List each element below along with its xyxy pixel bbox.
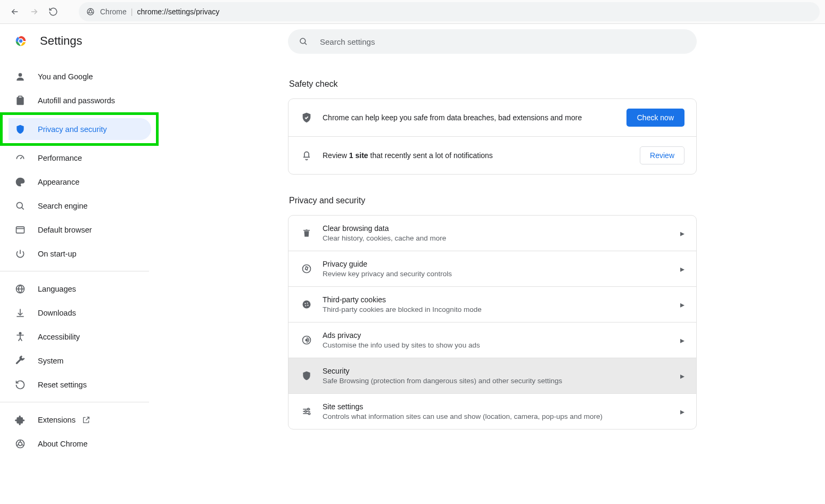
svg-point-21 (306, 339, 307, 341)
sidebar-item-on-startup[interactable]: On start-up (0, 242, 160, 266)
row-clear-browsing-data[interactable]: Clear browsing dataClear history, cookie… (288, 216, 696, 251)
search-icon (14, 200, 26, 212)
sidebar-item-system[interactable]: System (0, 349, 160, 373)
accessibility-icon (14, 331, 26, 343)
section-title-privacy: Privacy and security (289, 196, 697, 205)
row-third-party-cookies[interactable]: Third-party cookiesThird-party cookies a… (288, 286, 696, 322)
row-desc: Customise the info used by sites to show… (323, 341, 675, 349)
reload-icon (48, 7, 58, 16)
palette-icon (14, 176, 26, 188)
sidebar-item-appearance[interactable]: Appearance (0, 170, 160, 194)
svg-point-12 (19, 442, 22, 445)
brand-row: Settings (0, 34, 160, 48)
forward-button[interactable] (24, 2, 44, 21)
row-desc: Third-party cookies are blocked in Incog… (323, 305, 675, 313)
row-title: Privacy guide (323, 260, 675, 268)
back-button[interactable] (5, 2, 24, 21)
row-security[interactable]: SecuritySafe Browsing (protection from d… (288, 358, 696, 393)
row-title: Security (323, 367, 675, 375)
svg-point-1 (89, 10, 92, 13)
row-ads-privacy[interactable]: Ads privacyCustomise the info used by si… (288, 322, 696, 358)
row-desc: Review key privacy and security controls (323, 270, 675, 278)
svg-point-18 (305, 305, 306, 306)
svg-point-22 (308, 408, 309, 410)
globe-icon (14, 283, 26, 295)
browser-icon (14, 224, 26, 236)
main-content: Safety check Chrome can help keep you sa… (160, 24, 825, 504)
sidebar-item-label: Extensions (38, 416, 76, 424)
sidebar-item-autofill[interactable]: Autofill and passwords (0, 88, 160, 112)
settings-search[interactable] (288, 29, 697, 54)
svg-point-15 (303, 301, 311, 309)
svg-point-7 (16, 202, 22, 208)
search-icon (299, 37, 308, 46)
verified-shield-icon (300, 112, 313, 123)
sidebar-item-performance[interactable]: Performance (0, 146, 160, 170)
svg-rect-6 (19, 96, 22, 97)
svg-point-14 (303, 265, 311, 273)
chrome-logo-icon (13, 34, 28, 48)
sidebar-item-label: About Chrome (38, 440, 88, 448)
person-icon (14, 71, 26, 82)
svg-point-19 (307, 305, 308, 306)
address-bar[interactable]: Chrome | chrome://settings/privacy (79, 2, 820, 21)
sidebar-nav-3: Extensions About Chrome (0, 408, 160, 456)
sidebar-item-accessibility[interactable]: Accessibility (0, 325, 160, 349)
sidebar-item-label: Downloads (38, 309, 76, 317)
row-title: Site settings (323, 402, 675, 411)
sidebar-item-label: Privacy and security (38, 125, 107, 134)
row-title: Clear browsing data (323, 224, 675, 233)
sidebar-item-label: On start-up (38, 250, 77, 258)
sidebar-item-label: System (38, 357, 63, 365)
separator: | (131, 7, 133, 16)
sidebar-item-label: Languages (38, 285, 76, 293)
sidebar-item-about[interactable]: About Chrome (0, 432, 160, 456)
notifications-review-row: Review 1 site that recently sent a lot o… (288, 136, 696, 174)
row-site-settings[interactable]: Site settingsControls what information s… (288, 393, 696, 429)
bell-icon (300, 150, 313, 161)
chrome-outline-icon (14, 438, 26, 450)
sidebar-item-search-engine[interactable]: Search engine (0, 194, 160, 218)
sidebar-item-reset[interactable]: Reset settings (0, 373, 160, 396)
ads-icon (300, 335, 313, 345)
safety-check-text: Chrome can help keep you safe from data … (323, 113, 626, 122)
sidebar-item-label: Autofill and passwords (38, 96, 115, 105)
settings-search-input[interactable] (319, 37, 686, 47)
sidebar-item-label: Accessibility (38, 333, 80, 341)
external-link-icon (82, 416, 90, 424)
sidebar-nav: You and Google Autofill and passwords Pr… (0, 64, 160, 266)
shield-icon (300, 370, 313, 381)
chevron-right-icon: ▸ (680, 300, 684, 310)
check-now-button[interactable]: Check now (626, 109, 684, 127)
safety-check-row: Chrome can help keep you safe from data … (288, 99, 696, 136)
compass-icon (300, 263, 313, 274)
row-privacy-guide[interactable]: Privacy guideReview key privacy and secu… (288, 251, 696, 286)
page-title: Settings (40, 34, 82, 48)
reset-icon (14, 379, 26, 391)
sidebar-item-default-browser[interactable]: Default browser (0, 218, 160, 242)
review-button[interactable]: Review (640, 146, 684, 164)
clipboard-icon (14, 95, 26, 106)
sidebar-item-label: Appearance (38, 178, 79, 186)
svg-point-24 (308, 413, 310, 415)
svg-point-16 (304, 303, 306, 304)
sidebar: Settings You and Google Autofill and pas… (0, 24, 160, 504)
sidebar-item-languages[interactable]: Languages (0, 277, 160, 301)
sidebar-item-downloads[interactable]: Downloads (0, 301, 160, 325)
cookie-icon (300, 299, 313, 310)
sidebar-item-privacy[interactable]: Privacy and security (0, 112, 159, 146)
reload-button[interactable] (44, 2, 63, 21)
arrow-left-icon (10, 7, 20, 16)
safety-check-card: Chrome can help keep you safe from data … (288, 98, 697, 175)
shield-icon (14, 123, 26, 135)
url-scheme-label: Chrome (100, 7, 127, 16)
wrench-icon (14, 355, 26, 367)
svg-point-10 (19, 332, 21, 334)
sidebar-item-label: Default browser (38, 226, 92, 234)
chevron-right-icon: ▸ (680, 407, 684, 417)
sidebar-item-you-and-google[interactable]: You and Google (0, 64, 160, 88)
sidebar-item-extensions[interactable]: Extensions (0, 408, 160, 432)
puzzle-icon (14, 414, 26, 426)
trash-icon (300, 228, 313, 238)
url-text: chrome://settings/privacy (137, 7, 219, 16)
